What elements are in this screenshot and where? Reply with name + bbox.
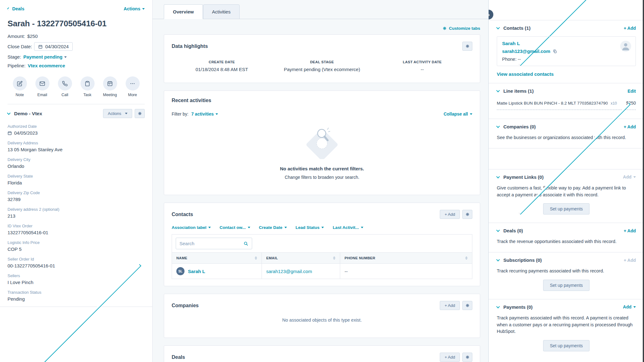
sidebar-deals-add-link[interactable]: + Add bbox=[624, 228, 636, 233]
more-button[interactable]: More bbox=[126, 76, 140, 97]
companies-add-button[interactable]: + Add bbox=[440, 301, 460, 310]
demo-vtex-settings-button[interactable] bbox=[135, 109, 145, 118]
deals-settings-button[interactable] bbox=[462, 353, 472, 362]
meeting-button[interactable]: Meeting bbox=[103, 76, 117, 97]
tab-overview[interactable]: Overview bbox=[164, 4, 203, 19]
filter-contact-owner[interactable]: Contact ow... bbox=[220, 225, 250, 230]
column-header-email[interactable]: EMAIL bbox=[262, 253, 340, 263]
contacts-search bbox=[176, 238, 252, 249]
field-delivery-state[interactable]: Delivery State Florida bbox=[8, 174, 145, 185]
contact-name-link[interactable]: Sarah L bbox=[502, 41, 520, 46]
chevron-left-icon bbox=[7, 7, 10, 10]
field-id-vtex-order[interactable]: ID Vtex Order 1322770505416-01 bbox=[8, 224, 145, 235]
chevron-down-icon[interactable] bbox=[496, 175, 500, 178]
set-up-payments-button[interactable]: Set up payments bbox=[543, 280, 589, 291]
back-to-deals-link[interactable]: Deals bbox=[8, 6, 24, 11]
call-button[interactable]: Call bbox=[58, 76, 72, 97]
field-authorized-date[interactable]: Authorized Date 04/05/2023 bbox=[8, 124, 145, 136]
chevron-down-icon[interactable] bbox=[496, 305, 500, 308]
caret-down-icon bbox=[64, 56, 67, 58]
filter-association-label[interactable]: Association label bbox=[172, 225, 211, 230]
demo-vtex-actions-button[interactable]: Actions bbox=[103, 109, 132, 118]
column-header-name[interactable]: NAME bbox=[172, 253, 262, 263]
stage-dropdown[interactable]: Payment pending bbox=[23, 54, 67, 59]
scrollbar[interactable] bbox=[643, 0, 644, 362]
field-logistic-info-price[interactable]: Logistic Info Price COP 5 bbox=[8, 240, 145, 252]
chevron-down-icon[interactable] bbox=[496, 258, 500, 261]
line-item-name: Matte Lipstick BUN BUN PINCH - 8.2 MLT 7… bbox=[497, 101, 608, 106]
customize-tabs-label: Customize tabs bbox=[449, 26, 480, 31]
chevron-down-icon[interactable] bbox=[7, 111, 10, 115]
contact-name-link[interactable]: Sarah L bbox=[188, 269, 205, 274]
close-date-input[interactable]: 04/30/2024 bbox=[34, 42, 73, 51]
stage-label: Stage: bbox=[8, 54, 21, 59]
collapse-all-label: Collapse all bbox=[444, 111, 468, 116]
customize-tabs-link[interactable]: Customize tabs bbox=[443, 26, 480, 31]
gear-icon bbox=[465, 355, 470, 359]
sidebar-companies-add-link[interactable]: + Add bbox=[624, 124, 636, 129]
main-column: Overview Activities Customize tabs Data … bbox=[153, 0, 488, 362]
line-items-title: Line items (1) bbox=[503, 88, 534, 94]
line-items-edit-link[interactable]: Edit bbox=[628, 89, 636, 94]
field-transaction-status[interactable]: Transaction Status Pending bbox=[8, 290, 145, 302]
sort-icon[interactable] bbox=[465, 256, 468, 260]
data-highlights-title: Data highlights bbox=[172, 44, 208, 49]
companies-title: Companies bbox=[172, 303, 199, 308]
highlight-header: CREATE DATE bbox=[172, 60, 272, 64]
payment-links-add-dropdown[interactable]: Add bbox=[623, 174, 636, 179]
set-up-payments-button[interactable]: Set up payments bbox=[543, 340, 589, 351]
activities-filter-dropdown[interactable]: 7 activities bbox=[191, 111, 218, 116]
sidebar-contacts-add-link[interactable]: + Add bbox=[624, 26, 636, 31]
tab-activities[interactable]: Activities bbox=[203, 4, 240, 19]
sidebar-contacts-title: Contacts (1) bbox=[503, 25, 531, 31]
filter-last-activity[interactable]: Last Activit... bbox=[333, 225, 363, 230]
contact-email-link[interactable]: sarah123@gmail.com bbox=[266, 269, 312, 274]
deal-actions-dropdown[interactable]: Actions bbox=[124, 6, 145, 11]
chevron-down-icon[interactable] bbox=[496, 89, 500, 92]
gear-icon bbox=[138, 111, 142, 116]
empty-activities-title: No activities match the current filters. bbox=[172, 166, 472, 171]
gear-icon bbox=[443, 26, 447, 30]
note-button[interactable]: Note bbox=[13, 76, 27, 97]
view-associated-contacts-link[interactable]: View associated contacts bbox=[497, 71, 553, 77]
pipeline-link[interactable]: Vtex ecommerce bbox=[28, 63, 65, 68]
chevron-down-icon[interactable] bbox=[496, 26, 500, 29]
field-delivery-address[interactable]: Delivery Address 13 05 Morgan Stanley Av… bbox=[8, 141, 145, 152]
contact-email-link[interactable]: sarah123@gmail.com bbox=[502, 49, 550, 54]
filter-create-date[interactable]: Create Date bbox=[259, 225, 287, 230]
companies-settings-button[interactable] bbox=[462, 301, 472, 310]
left-panel: Deals Actions Sarah - 1322770505416-01 A… bbox=[0, 0, 153, 362]
column-header-phone[interactable]: PHONE NUMBER bbox=[340, 253, 472, 263]
email-button[interactable]: Email bbox=[35, 76, 49, 97]
highlight-value: 01/18/2024 8:48 AM EST bbox=[172, 67, 272, 72]
payments-add-dropdown[interactable]: Add bbox=[623, 304, 636, 309]
filter-label: Association label bbox=[172, 225, 206, 230]
subscriptions-add-link[interactable]: + Add bbox=[624, 258, 636, 263]
contacts-settings-button[interactable] bbox=[462, 210, 472, 219]
contacts-add-button[interactable]: + Add bbox=[440, 210, 460, 219]
field-delivery-address-2[interactable]: Delivery address 2 (optional) 213 bbox=[8, 207, 145, 219]
collapse-all-button[interactable]: Collapse all bbox=[444, 111, 472, 116]
gear-icon bbox=[465, 212, 470, 216]
field-delivery-city[interactable]: Delivery City Orlando bbox=[8, 157, 145, 169]
chevron-down-icon[interactable] bbox=[496, 229, 500, 232]
no-results-illustration bbox=[299, 124, 345, 159]
task-button[interactable]: Task bbox=[80, 76, 95, 97]
companies-card: Companies + Add No associated objects of… bbox=[164, 294, 480, 338]
sort-icon[interactable] bbox=[255, 256, 257, 260]
field-seller-order-id[interactable]: Seller Order Id 00-1322770505416-01 bbox=[8, 257, 145, 268]
field-delivery-zip[interactable]: Delivery Zip Code 32789 bbox=[8, 190, 145, 202]
filter-lead-status[interactable]: Lead Status bbox=[296, 225, 324, 230]
field-label: ID Vtex Order bbox=[8, 224, 145, 228]
search-input[interactable] bbox=[179, 241, 243, 246]
payments-title: Payments (0) bbox=[503, 304, 532, 310]
sidebar-deals-title: Deals (0) bbox=[503, 228, 523, 233]
field-value: 04/05/2023 bbox=[14, 130, 38, 136]
data-highlights-settings-button[interactable] bbox=[462, 42, 472, 51]
add-label: Add bbox=[623, 304, 631, 309]
chevron-down-icon[interactable] bbox=[496, 124, 500, 128]
sort-icon[interactable] bbox=[333, 256, 335, 260]
deals-add-button[interactable]: + Add bbox=[440, 353, 460, 362]
copy-icon[interactable] bbox=[553, 49, 557, 54]
set-up-payments-button[interactable]: Set up payments bbox=[543, 203, 589, 215]
